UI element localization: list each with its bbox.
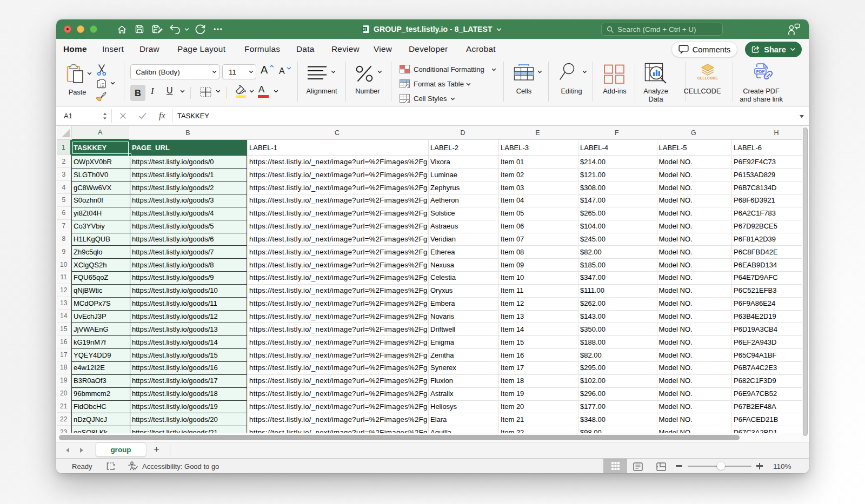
svg-text:PDF: PDF bbox=[756, 69, 765, 74]
